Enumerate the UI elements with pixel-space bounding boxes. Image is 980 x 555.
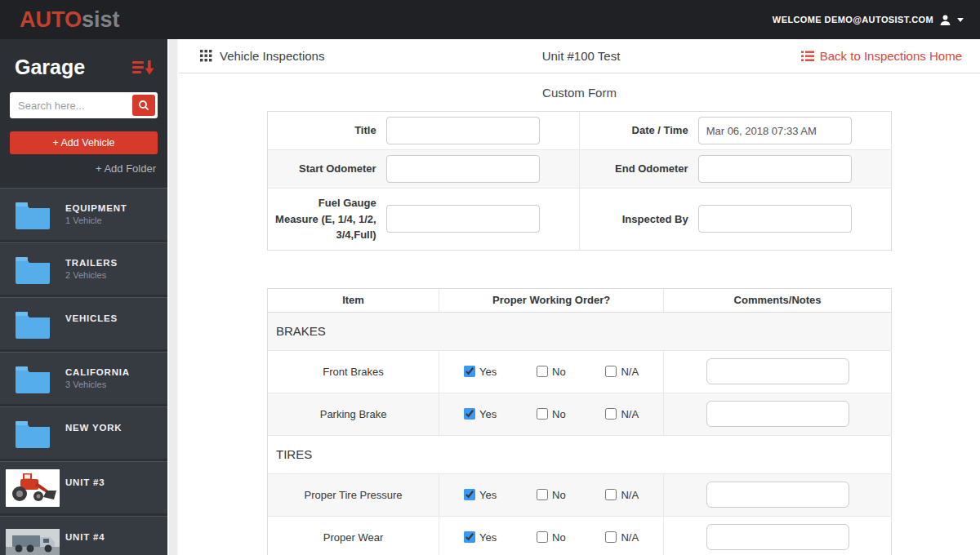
comment-input[interactable] [706,482,849,508]
app-logo[interactable]: AUTOsist [20,7,120,33]
folder-name: NEW YORK [65,423,122,433]
option-label: No [552,531,566,544]
grid-icon [200,50,212,62]
back-link-label: Back to Inspections Home [820,49,962,63]
sidebar-folder-new-york[interactable]: NEW YORK [0,406,167,459]
item-label: Front Brakes [268,350,439,393]
comment-input[interactable] [706,524,849,550]
fuel-gauge-input[interactable] [386,205,540,233]
inspection-table: Item Proper Working Order? Comments/Note… [267,288,892,555]
option-label: Yes [479,489,497,501]
sidebar-vehicle-unit-4[interactable]: UNIT #4 [0,516,167,555]
meta-form-table: Title Date / Time Start Odometer End Odo… [267,111,892,251]
option-yes[interactable]: Yes [464,366,497,378]
vehicle-name: UNIT #3 [65,477,105,487]
item-label: Parking Brake [268,393,439,435]
folder-icon [14,419,51,448]
folder-name: EQUIPMENT [65,203,127,213]
na-checkbox[interactable] [605,531,617,543]
option-yes[interactable]: Yes [464,489,497,501]
user-menu[interactable]: WELCOME DEMO@AUTOSIST.COM [773,14,964,26]
folder-name: CALIFORNIA [65,367,130,377]
folder-name: TRAILERS [65,258,118,268]
option-label: N/A [621,531,639,544]
section-label: TIRES [268,435,892,473]
option-label: No [552,489,566,501]
search-button[interactable] [132,95,155,116]
field-label-start-odometer: Start Odometer [268,150,386,189]
option-yes[interactable]: Yes [464,408,497,420]
inspection-row-tire-pressure: Proper Tire Pressure Yes No N/A [268,473,892,516]
no-checkbox[interactable] [537,408,548,420]
add-folder-link[interactable]: + Add Folder [0,162,156,175]
datetime-input[interactable] [698,117,852,144]
tractor-thumbnail [6,469,60,507]
form-title: Custom Form [179,86,980,100]
section-label: BRAKES [268,312,892,350]
folder-list: EQUIPMENT 1 Vehicle TRAILERS 2 Vehicles [0,185,167,555]
na-checkbox[interactable] [605,408,617,420]
folder-count [65,435,122,444]
end-odometer-input[interactable] [698,155,852,183]
section-row-brakes: BRAKES [268,312,892,350]
yes-checkbox[interactable] [464,489,475,500]
logo-auto: AUTO [20,7,82,32]
yes-checkbox[interactable] [464,366,475,377]
col-header-working-order: Proper Working Order? [439,288,664,312]
search-box [10,92,158,118]
sidebar-vehicle-unit-3[interactable]: UNIT #3 [0,461,167,513]
back-to-inspections-link[interactable]: Back to Inspections Home [801,49,962,63]
inspection-row-front-brakes: Front Brakes Yes No N/A [268,350,892,393]
sidebar: Garage + Add Vehicle + Add Fo [0,39,167,555]
start-odometer-input[interactable] [386,155,540,183]
field-label-fuel-gauge: Fuel Gauge Measure (E, 1/4, 1/2, 3/4,Ful… [268,189,386,251]
title-input[interactable] [386,117,540,144]
na-checkbox[interactable] [605,489,617,500]
option-label: No [552,408,566,420]
option-na[interactable]: N/A [605,489,639,501]
option-label: Yes [479,366,497,378]
logo-sist: sist [82,7,120,32]
garage-title: Garage [15,56,85,79]
folder-count: 2 Vehicles [65,270,118,280]
option-yes[interactable]: Yes [464,531,497,544]
sort-folders-icon[interactable] [132,59,154,76]
option-label: N/A [621,489,639,501]
inspected-by-input[interactable] [698,205,852,233]
option-na[interactable]: N/A [605,408,639,420]
option-no[interactable]: No [537,408,566,420]
comment-input[interactable] [706,401,849,427]
no-checkbox[interactable] [537,489,548,500]
inspection-row-proper-wear: Proper Wear Yes No N/A [268,516,892,555]
main-content: Vehicle Inspections Unit #100 Test Back … [179,39,980,555]
item-label: Proper Tire Pressure [268,473,439,516]
sidebar-folder-vehicles[interactable]: VEHICLES [0,297,167,349]
sidebar-folder-trailers[interactable]: TRAILERS 2 Vehicles [0,242,167,295]
option-no[interactable]: No [537,489,566,501]
option-no[interactable]: No [537,531,566,544]
comment-input[interactable] [706,358,849,384]
yes-checkbox[interactable] [464,408,475,420]
sidebar-folder-equipment[interactable]: EQUIPMENT 1 Vehicle [0,188,167,240]
sidebar-folder-california[interactable]: CALIFORNIA 3 Vehicles [0,352,167,404]
option-no[interactable]: No [537,366,566,378]
option-na[interactable]: N/A [605,531,639,544]
yes-checkbox[interactable] [464,531,475,543]
option-na[interactable]: N/A [605,366,639,378]
search-icon [138,100,149,111]
field-label-title: Title [268,112,386,150]
folder-icon [14,364,51,393]
sidebar-scrollbar[interactable] [167,39,179,555]
add-vehicle-button[interactable]: + Add Vehicle [10,131,158,154]
no-checkbox[interactable] [537,531,548,543]
field-label-inspected-by: Inspected By [579,189,697,251]
option-label: Yes [479,408,497,420]
na-checkbox[interactable] [605,366,617,377]
section-title: Vehicle Inspections [220,49,324,63]
inspection-header: Vehicle Inspections Unit #100 Test Back … [179,39,980,73]
folder-icon [14,255,51,284]
no-checkbox[interactable] [537,366,548,377]
folder-icon [14,309,51,339]
vehicle-count [65,544,105,553]
topbar: AUTOsist WELCOME DEMO@AUTOSIST.COM [0,0,980,39]
